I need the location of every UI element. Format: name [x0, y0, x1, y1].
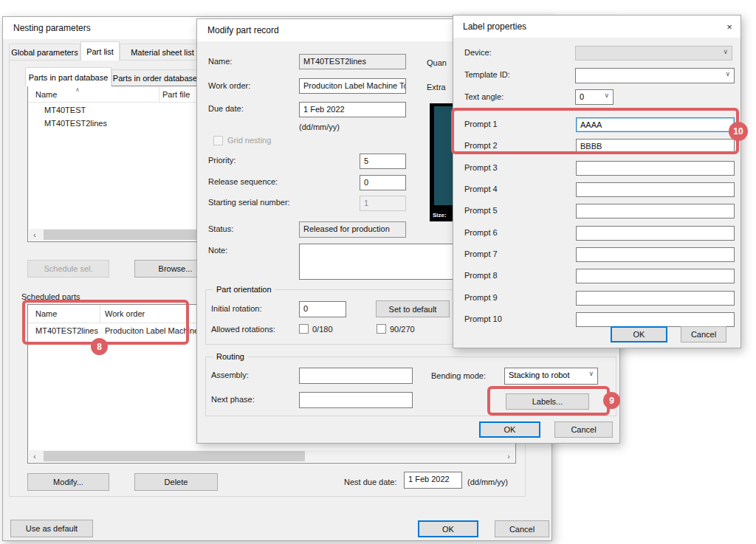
- quantity-label-fragment: Quan: [427, 58, 447, 67]
- due-date-field[interactable]: 1 Feb 2022: [299, 102, 406, 117]
- annotation-box-prompts: [451, 108, 739, 154]
- chevron-down-icon: ∨: [725, 70, 730, 78]
- modify-ok-button[interactable]: OK: [479, 421, 540, 438]
- label-properties-window: Label properties × Device: ∨ Template ID…: [453, 15, 741, 348]
- use-as-default-button[interactable]: Use as default: [10, 520, 93, 537]
- prompt-7-input[interactable]: [576, 247, 735, 262]
- subtab-parts-in-part-database[interactable]: Parts in part database: [25, 67, 111, 86]
- scroll-left-icon[interactable]: ‹: [29, 450, 41, 462]
- scheduled-list-scroll-thumb[interactable]: [44, 451, 305, 461]
- parts-col-part-file[interactable]: Part file: [162, 90, 190, 99]
- tab-part-list[interactable]: Part list: [80, 41, 120, 61]
- grid-nesting-label: Grid nesting: [227, 136, 271, 145]
- grid-nesting-checkbox[interactable]: [213, 136, 223, 145]
- prompt-10-label: Prompt 10: [464, 314, 502, 323]
- prompt-4-input[interactable]: [576, 182, 735, 197]
- bending-mode-select[interactable]: Stacking to robot∨: [504, 368, 598, 385]
- preview-size-label: Size:: [433, 212, 447, 218]
- label-props-ok-button[interactable]: OK: [611, 326, 667, 342]
- nesting-ok-label: OK: [442, 525, 454, 534]
- routing-legend: Routing: [213, 352, 247, 361]
- parts-list-item[interactable]: MT40TEST: [44, 106, 86, 114]
- work-order-label: Work order:: [208, 81, 250, 90]
- scroll-left-icon[interactable]: ‹: [29, 229, 41, 241]
- scroll-right-icon[interactable]: ›: [503, 450, 515, 462]
- subtab-order-db-label: Parts in order database: [113, 74, 197, 83]
- modify-cancel-label: Cancel: [571, 425, 596, 434]
- delete-button[interactable]: Delete: [134, 473, 218, 491]
- part-orientation-legend: Part orientation: [213, 285, 275, 294]
- prompt-3-label: Prompt 3: [464, 163, 498, 172]
- close-icon[interactable]: ×: [723, 20, 736, 33]
- name-field[interactable]: MT40TEST2lines: [299, 54, 406, 69]
- prompt-10-input[interactable]: [576, 312, 735, 327]
- initial-rotation-label: Initial rotation:: [211, 304, 261, 313]
- next-phase-label: Next phase:: [211, 395, 255, 404]
- annotation-box-scheduled-parts: [22, 300, 189, 345]
- annotation-badge-9: 9: [603, 392, 620, 409]
- nesting-ok-button[interactable]: OK: [418, 520, 478, 537]
- chevron-down-icon: ∨: [723, 48, 728, 55]
- tab-material-sheet-list[interactable]: Material sheet list: [120, 44, 205, 61]
- nest-date-format-hint: (dd/mm/yy): [467, 478, 508, 486]
- subtab-parts-in-order-database[interactable]: Parts in order database: [111, 69, 199, 86]
- delete-label: Delete: [165, 478, 188, 486]
- text-angle-label: Text angle:: [464, 92, 504, 101]
- set-to-default-button[interactable]: Set to default: [376, 300, 450, 317]
- work-order-field[interactable]: Produciton Label Machine To: [299, 78, 406, 94]
- use-as-default-label: Use as default: [26, 524, 78, 533]
- bending-mode-value: Stacking to robot: [509, 371, 570, 379]
- initial-rotation-field[interactable]: 0: [299, 301, 346, 317]
- template-id-select[interactable]: ∨: [575, 68, 735, 83]
- priority-label: Priority:: [208, 156, 236, 165]
- text-angle-select[interactable]: 0∨: [575, 89, 614, 105]
- note-label: Note:: [208, 246, 227, 255]
- release-sequence-field[interactable]: 0: [360, 175, 406, 190]
- prompt-4-label: Prompt 4: [464, 185, 498, 193]
- prompt-3-input[interactable]: [576, 161, 735, 176]
- prompt-6-input[interactable]: [576, 226, 735, 241]
- nesting-cancel-label: Cancel: [509, 525, 535, 534]
- text-angle-value: 0: [580, 92, 584, 101]
- browse-label: Browse...: [159, 264, 193, 273]
- parts-col-name[interactable]: Name: [35, 90, 57, 99]
- modify-button[interactable]: Modify...: [27, 473, 109, 491]
- prompt-8-input[interactable]: [576, 269, 735, 283]
- scheduled-list-hscrollbar[interactable]: ‹ ›: [29, 450, 515, 462]
- nesting-window-title: Nesting parameters: [13, 23, 91, 33]
- device-select[interactable]: ∨: [575, 46, 732, 61]
- prompt-5-input[interactable]: [576, 204, 735, 218]
- nest-due-date-label: Nest due date:: [344, 478, 397, 486]
- schedule-selected-label: Schedule sel.: [44, 264, 92, 273]
- rotation-0-180-checkbox[interactable]: [299, 324, 309, 334]
- device-label: Device:: [464, 48, 492, 57]
- status-field[interactable]: Released for production: [299, 221, 406, 238]
- assembly-field[interactable]: [299, 368, 413, 384]
- prompt-9-input[interactable]: [576, 291, 735, 306]
- prompt-7-label: Prompt 7: [464, 249, 498, 258]
- label-props-cancel-button[interactable]: Cancel: [681, 326, 726, 342]
- rotation-90-270-checkbox[interactable]: [377, 324, 386, 334]
- tab-global-parameters-label: Global parameters: [11, 48, 78, 57]
- rotation-0-180-label: 0/180: [312, 325, 333, 334]
- label-props-window-title: Label properties: [463, 21, 526, 32]
- modify-cancel-button[interactable]: Cancel: [554, 421, 613, 438]
- nest-due-date-input[interactable]: 1 Feb 2022: [404, 472, 462, 489]
- priority-field[interactable]: 5: [360, 154, 406, 169]
- nesting-cancel-button[interactable]: Cancel: [495, 520, 549, 537]
- assembly-label: Assembly:: [211, 371, 249, 379]
- tab-global-parameters[interactable]: Global parameters: [9, 44, 80, 61]
- parts-header-divider: [159, 86, 159, 103]
- starting-serial-field[interactable]: 1: [360, 196, 406, 211]
- chevron-down-icon: ∨: [588, 370, 594, 377]
- name-label: Name:: [208, 57, 232, 66]
- extra-label-fragment: Extra: [427, 83, 446, 92]
- sort-asc-icon: ∧: [75, 86, 80, 93]
- next-phase-field[interactable]: [299, 392, 413, 408]
- subtab-part-db-label: Parts in part database: [29, 73, 109, 82]
- screenshot-canvas: Nesting parameters Global parameters Par…: [0, 0, 756, 544]
- schedule-selected-button[interactable]: Schedule sel.: [27, 260, 109, 278]
- rotation-90-270-label: 90/270: [390, 325, 415, 334]
- annotation-badge-8: 8: [91, 338, 108, 355]
- parts-list-item[interactable]: MT40TEST2lines: [44, 119, 107, 128]
